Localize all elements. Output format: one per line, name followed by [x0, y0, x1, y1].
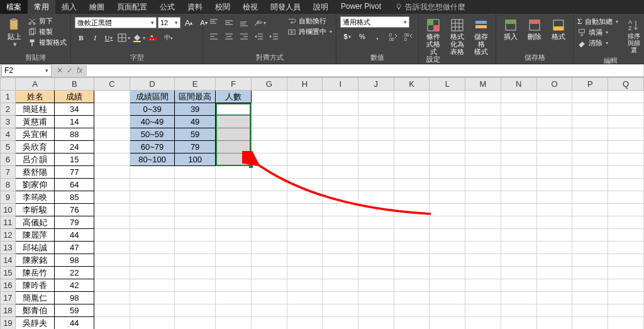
cell-O11[interactable]: [536, 216, 572, 229]
cell-K3[interactable]: [394, 116, 430, 128]
cell-J9[interactable]: [358, 191, 394, 204]
tab-insert[interactable]: 插入: [55, 0, 83, 14]
name-box[interactable]: F2 ▾: [1, 64, 52, 77]
cell-O3[interactable]: [536, 116, 572, 128]
cell-I1[interactable]: [323, 91, 358, 103]
decrease-indent-button[interactable]: [252, 30, 266, 43]
cell-F6[interactable]: [216, 153, 252, 166]
cell-M7[interactable]: [465, 166, 501, 179]
cell-styles-button[interactable]: 儲存格 樣式: [470, 16, 492, 57]
col-header-Q[interactable]: Q: [608, 78, 644, 91]
cell-N3[interactable]: [501, 116, 536, 128]
cell-H14[interactable]: [287, 254, 323, 267]
cell-P13[interactable]: [572, 242, 608, 254]
cell-B13[interactable]: 47: [55, 242, 94, 254]
cell-D16[interactable]: [130, 279, 174, 292]
col-header-H[interactable]: H: [287, 78, 323, 91]
cell-O15[interactable]: [536, 267, 572, 279]
cell-K15[interactable]: [394, 267, 430, 279]
cell-M16[interactable]: [465, 279, 501, 292]
cell-E13[interactable]: [175, 242, 216, 254]
cell-J12[interactable]: [358, 229, 394, 242]
cell-M19[interactable]: [465, 317, 501, 330]
cell-C17[interactable]: [94, 292, 130, 304]
cell-F16[interactable]: [216, 279, 252, 292]
cell-Q4[interactable]: [608, 128, 644, 141]
cell-C12[interactable]: [94, 229, 130, 242]
cell-O10[interactable]: [536, 204, 572, 216]
cell-N13[interactable]: [501, 242, 536, 254]
cell-N5[interactable]: [501, 141, 536, 153]
cell-A14[interactable]: 陳家銘: [15, 254, 55, 267]
cell-N6[interactable]: [501, 153, 536, 166]
col-header-K[interactable]: K: [394, 78, 430, 91]
col-header-D[interactable]: D: [130, 78, 174, 91]
cell-F8[interactable]: [216, 179, 252, 191]
cell-C10[interactable]: [94, 204, 130, 216]
cell-G1[interactable]: [251, 91, 287, 103]
cell-B10[interactable]: 76: [55, 204, 94, 216]
cell-D13[interactable]: [130, 242, 174, 254]
cell-E2[interactable]: 39: [175, 103, 216, 116]
cell-Q7[interactable]: [608, 166, 644, 179]
cell-P8[interactable]: [572, 179, 608, 191]
align-center-button[interactable]: [222, 30, 236, 43]
cell-E11[interactable]: [175, 216, 216, 229]
cell-D6[interactable]: 80~100: [130, 153, 174, 166]
cell-N17[interactable]: [501, 292, 536, 304]
cell-O12[interactable]: [536, 229, 572, 242]
cell-D3[interactable]: 40~49: [130, 116, 174, 128]
tab-developer[interactable]: 開發人員: [264, 0, 307, 14]
cell-A11[interactable]: 高儀妃: [15, 216, 55, 229]
copy-button[interactable]: 複製: [28, 27, 67, 36]
cell-L14[interactable]: [430, 254, 465, 267]
sort-filter-button[interactable]: AZ 排序與篩選: [623, 16, 644, 55]
cell-P1[interactable]: [572, 91, 608, 103]
cell-G19[interactable]: [251, 317, 287, 330]
cell-Q10[interactable]: [608, 204, 644, 216]
cell-L7[interactable]: [430, 166, 465, 179]
cell-E6[interactable]: 100: [175, 153, 216, 166]
cell-N8[interactable]: [501, 179, 536, 191]
cell-M6[interactable]: [465, 153, 501, 166]
cell-J3[interactable]: [358, 116, 394, 128]
cell-C13[interactable]: [94, 242, 130, 254]
cell-D17[interactable]: [130, 292, 174, 304]
cell-N10[interactable]: [501, 204, 536, 216]
cell-H6[interactable]: [287, 153, 323, 166]
currency-button[interactable]: $▾: [340, 30, 354, 43]
cell-B6[interactable]: 15: [55, 153, 94, 166]
cell-Q15[interactable]: [608, 267, 644, 279]
cell-N2[interactable]: [501, 103, 536, 116]
font-size-combo[interactable]: 12▾: [158, 17, 180, 28]
phonetic-button[interactable]: 中▾: [162, 31, 175, 44]
cell-C6[interactable]: [94, 153, 130, 166]
cell-B4[interactable]: 88: [55, 128, 94, 141]
col-header-P[interactable]: P: [572, 78, 608, 91]
cell-E10[interactable]: [175, 204, 216, 216]
format-cells-button[interactable]: 格式: [548, 16, 569, 42]
row-header-6[interactable]: 6: [1, 153, 16, 166]
cell-H9[interactable]: [287, 191, 323, 204]
cell-H16[interactable]: [287, 279, 323, 292]
cell-B15[interactable]: 22: [55, 267, 94, 279]
cell-P3[interactable]: [572, 116, 608, 128]
cell-G15[interactable]: [251, 267, 287, 279]
cell-P18[interactable]: [572, 304, 608, 317]
cell-I6[interactable]: [323, 153, 358, 166]
cell-O7[interactable]: [536, 166, 572, 179]
cell-A19[interactable]: 吳靜夫: [15, 317, 55, 330]
paste-button[interactable]: 貼上 ▾: [4, 16, 25, 49]
cell-M10[interactable]: [465, 204, 501, 216]
cell-Q13[interactable]: [608, 242, 644, 254]
cell-A13[interactable]: 邱祐誠: [15, 242, 55, 254]
cell-D11[interactable]: [130, 216, 174, 229]
col-header-I[interactable]: I: [323, 78, 358, 91]
cell-J19[interactable]: [358, 317, 394, 330]
col-header-N[interactable]: N: [501, 78, 536, 91]
cell-A3[interactable]: 黃慈甫: [15, 116, 55, 128]
cell-C3[interactable]: [94, 116, 130, 128]
cell-G7[interactable]: [251, 166, 287, 179]
cell-I9[interactable]: [323, 191, 358, 204]
cell-F17[interactable]: [216, 292, 252, 304]
